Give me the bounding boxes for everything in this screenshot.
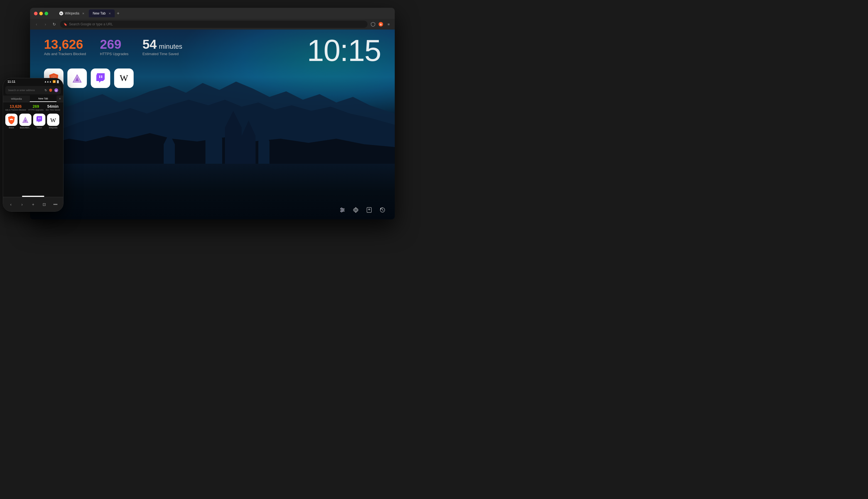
mobile-shortcuts: Brave BasicAtten...: [5, 114, 61, 129]
shield-icon[interactable]: [370, 22, 376, 27]
mobile-forward-button[interactable]: ›: [17, 200, 26, 209]
settings-icon[interactable]: [352, 206, 360, 214]
mobile-search-bar[interactable]: Search or enter address ↻ B: [5, 86, 61, 94]
maximize-button[interactable]: [45, 12, 48, 15]
mobile-stat-time: 54min Est. Time Saved: [46, 105, 60, 111]
filters-icon[interactable]: [338, 206, 346, 214]
forward-button[interactable]: ›: [42, 21, 48, 27]
mobile-shortcut-twitch[interactable]: Twitch: [33, 114, 45, 129]
mobile-content: 13,626 Ads & Trackers Blocked 269 HTTPS …: [3, 102, 63, 131]
bat-icon: [70, 71, 84, 85]
mobile-shortcut-bat[interactable]: BasicAtten...: [19, 114, 32, 129]
shortcut-wikipedia[interactable]: W: [114, 69, 134, 88]
reload-button[interactable]: ↻: [51, 21, 57, 27]
tab-wikipedia-close[interactable]: ✕: [82, 12, 84, 15]
stats-bar: 13,626 Ads and Trackers Blocked 269 HTTP…: [44, 38, 182, 56]
battery-icon: ▓: [57, 80, 59, 83]
mobile-screen-button[interactable]: ⊡: [40, 200, 49, 209]
signal-icon: 📶: [53, 80, 56, 83]
mobile-shortcut-wikipedia[interactable]: W Wikipedia: [47, 114, 59, 129]
mobile-browser: 11:11 ▲▲▲ 📶 ▓ Search or enter address ↻ …: [3, 78, 63, 212]
bookmark-icon: 🔖: [63, 23, 67, 26]
address-placeholder: Search Google or type a URL: [69, 22, 113, 26]
mobile-reload-icon[interactable]: ↻: [45, 88, 47, 92]
shortcut-bat[interactable]: [67, 69, 87, 88]
mobile-time-number: 54min: [47, 105, 59, 108]
time-saved-unit: minutes: [159, 42, 182, 50]
mobile-brave-label: Brave: [9, 127, 14, 129]
svg-rect-43: [40, 118, 40, 119]
tab-wikipedia-label: Wikipedia: [65, 11, 79, 15]
history-icon[interactable]: [379, 206, 386, 214]
bookmark-save-icon[interactable]: [365, 206, 373, 214]
mobile-tab-newtab[interactable]: New Tab: [30, 96, 57, 102]
mobile-search-placeholder: Search or enter address: [8, 89, 35, 92]
mobile-bat-shortcut-icon: [19, 114, 32, 126]
mobile-wikipedia-icon: W: [47, 114, 59, 126]
bottom-toolbar: [338, 206, 386, 214]
svg-point-26: [341, 208, 343, 209]
stat-https: 269 HTTPS Upgrades: [100, 38, 128, 56]
time-saved-number: 54: [142, 38, 157, 51]
browser-content: 13,626 Ads and Trackers Blocked 269 HTTP…: [30, 29, 395, 219]
svg-point-27: [343, 209, 344, 211]
mobile-time-label: Est. Time Saved: [46, 109, 60, 111]
back-button[interactable]: ‹: [34, 21, 39, 27]
mobile-bat-label: BasicAtten...: [20, 127, 30, 129]
svg-text:B: B: [380, 23, 382, 26]
svg-rect-44: [38, 118, 39, 119]
mobile-bottom-nav: ‹ › + ⊡ •••: [3, 197, 63, 211]
desktop-browser: W Wikipedia ✕ New Tab ✕ + ‹ › ↻ 🔖 Search…: [30, 8, 395, 219]
stat-time-saved: 54 minutes Estimated Time Saved: [142, 38, 182, 56]
mobile-tab-wikipedia[interactable]: Wikipedia: [3, 96, 30, 102]
tab-newtab-close[interactable]: ✕: [109, 12, 111, 15]
tab-bar: W Wikipedia ✕ New Tab ✕ +: [55, 10, 121, 17]
mobile-twitch-label: Twitch: [36, 127, 42, 129]
brave-rewards-icon[interactable]: B: [378, 22, 384, 27]
traffic-lights: [34, 12, 48, 15]
mobile-tab-close[interactable]: ✕: [57, 97, 63, 100]
mobile-ads-number: 13,626: [10, 105, 22, 108]
svg-rect-19: [101, 75, 102, 78]
wifi-icon: ▲▲▲: [44, 80, 52, 83]
wikipedia-favicon: W: [59, 11, 63, 15]
clock: 10:15: [307, 35, 381, 66]
https-number: 269: [100, 38, 128, 51]
svg-rect-20: [99, 75, 100, 78]
mobile-clock: 11:11: [8, 80, 15, 83]
svg-text:B: B: [55, 89, 57, 92]
address-bar[interactable]: 🔖 Search Google or type a URL: [60, 21, 368, 28]
tab-wikipedia[interactable]: W Wikipedia ✕: [55, 10, 88, 17]
mobile-ads-label: Ads & Trackers Blocked: [5, 109, 26, 111]
mobile-shortcut-brave[interactable]: Brave: [5, 114, 17, 129]
stat-ads-blocked: 13,626 Ads and Trackers Blocked: [44, 38, 86, 56]
minimize-button[interactable]: [39, 12, 43, 15]
time-saved-label: Estimated Time Saved: [142, 52, 182, 56]
wikipedia-icon: W: [117, 71, 131, 85]
mobile-shield-icon: [49, 88, 53, 92]
tab-newtab[interactable]: New Tab ✕: [89, 10, 114, 17]
https-label: HTTPS Upgrades: [100, 52, 128, 56]
browser-titlebar: W Wikipedia ✕ New Tab ✕ +: [30, 8, 395, 19]
mobile-wikipedia-label: Wikipedia: [49, 127, 57, 129]
svg-point-28: [341, 211, 343, 212]
svg-point-29: [355, 209, 357, 211]
mobile-https-label: HTTPS Upgrades: [28, 109, 44, 111]
mobile-back-button[interactable]: ‹: [7, 200, 15, 209]
mobile-stats: 13,626 Ads & Trackers Blocked 269 HTTPS …: [5, 105, 61, 111]
new-tab-button[interactable]: +: [115, 10, 121, 16]
mobile-new-tab-button[interactable]: +: [29, 200, 38, 209]
svg-text:W: W: [120, 73, 128, 83]
ads-blocked-label: Ads and Trackers Blocked: [44, 52, 86, 56]
close-button[interactable]: [34, 12, 38, 15]
mobile-stat-ads: 13,626 Ads & Trackers Blocked: [5, 105, 26, 111]
mobile-more-button[interactable]: •••: [51, 200, 60, 209]
mobile-twitch-icon: [33, 114, 45, 126]
menu-button[interactable]: ≡: [386, 22, 392, 27]
mobile-stat-https: 269 HTTPS Upgrades: [28, 105, 44, 111]
mobile-tab-bar: Wikipedia New Tab ✕: [3, 96, 63, 102]
shortcut-twitch[interactable]: [91, 69, 110, 88]
svg-text:W: W: [60, 12, 63, 15]
ads-blocked-number: 13,626: [44, 38, 86, 51]
mobile-statusbar: 11:11 ▲▲▲ 📶 ▓: [3, 78, 63, 85]
